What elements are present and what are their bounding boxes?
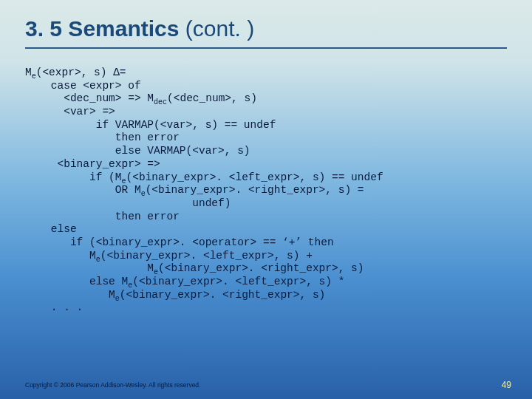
title-divider [25, 47, 507, 49]
code-block: Me(<expr>, s) Δ= case <expr> of <dec_num… [25, 66, 507, 315]
slide: 3. 5 Semantics (cont. ) Me(<expr>, s) Δ=… [0, 0, 532, 399]
slide-title: 3. 5 Semantics (cont. ) [25, 16, 507, 41]
title-paren: (cont. ) [179, 16, 254, 41]
title-main: 3. 5 Semantics [25, 16, 179, 41]
copyright-footer: Copyright © 2006 Pearson Addison-Wesley.… [25, 381, 200, 389]
page-number: 49 [502, 380, 511, 390]
